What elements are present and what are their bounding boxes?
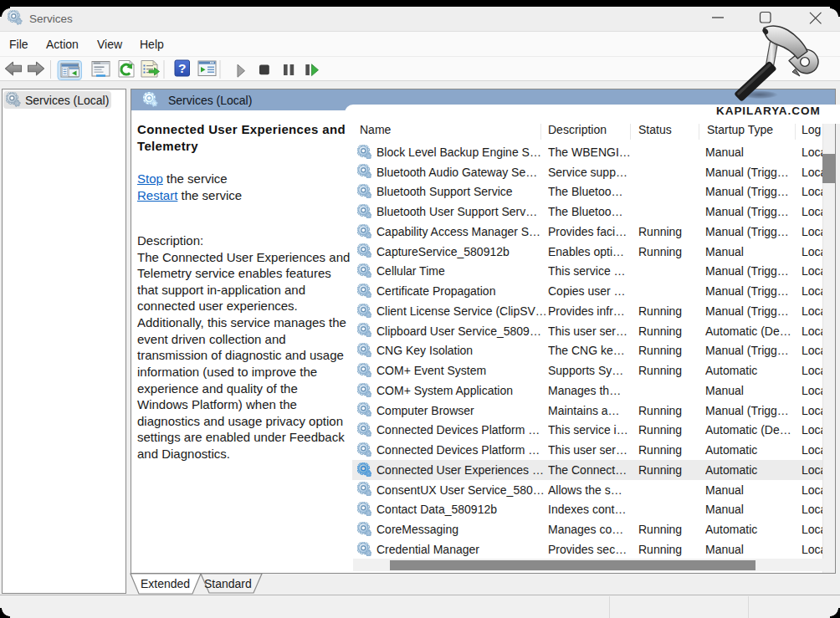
svg-text:Extended: Extended — [141, 577, 190, 590]
svg-text:?: ? — [178, 61, 186, 75]
svg-text:Standard: Standard — [204, 577, 252, 590]
